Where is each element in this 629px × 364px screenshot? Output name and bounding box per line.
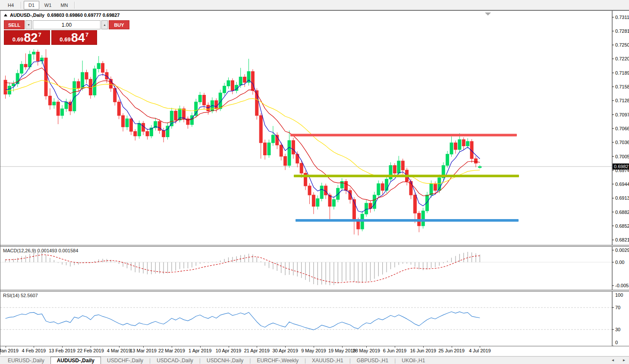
sell-price-box[interactable]: 0.69 82 7 bbox=[4, 30, 50, 45]
date-tick bbox=[6, 346, 6, 348]
volume-decrease-button[interactable]: ▼ bbox=[25, 20, 32, 29]
date-label: 4 Mar 2019 bbox=[107, 348, 131, 353]
date-tick bbox=[423, 346, 424, 348]
date-label: 22 Mar 2019 bbox=[158, 348, 185, 353]
support-line bbox=[296, 219, 519, 222]
macd-canvas: 0.0029840.00-0.005256 bbox=[0, 247, 629, 290]
chart-tab-gbpusd[interactable]: GBPUSD-,H1 bbox=[351, 357, 394, 364]
date-label: 1 Apr 2019 bbox=[189, 348, 211, 353]
volume-input[interactable] bbox=[33, 20, 101, 29]
sell-price-prefix: 0.69 bbox=[13, 36, 23, 43]
chart-tab-usdchf[interactable]: USDCHF-,Daily bbox=[101, 357, 149, 364]
sell-price-pip: 7 bbox=[38, 31, 41, 38]
rsi-value: 52.5607 bbox=[21, 293, 38, 298]
date-label: 9 May 2019 bbox=[301, 348, 326, 353]
macd-value-main: 0.001493 bbox=[37, 248, 57, 253]
chart-tab-audusd[interactable]: AUDUSD-,Daily bbox=[50, 357, 101, 364]
rsi-panel[interactable]: RSI(14) 52.5607 10070300 bbox=[0, 292, 629, 346]
date-label: 10 Apr 2019 bbox=[216, 348, 241, 353]
chart-tab-eurusd[interactable]: EURUSD-,Daily bbox=[2, 357, 50, 364]
svg-text:30: 30 bbox=[615, 327, 620, 332]
date-label: 6 Jun 2019 bbox=[383, 348, 406, 353]
chart-window: AUDUSD-,Daily 0.69803 0.69860 0.69777 0.… bbox=[0, 10, 629, 355]
svg-text:0.69130: 0.69130 bbox=[615, 195, 629, 201]
svg-text:-0.005256: -0.005256 bbox=[615, 283, 629, 288]
date-tick bbox=[452, 346, 452, 348]
chart-shift-marker bbox=[485, 13, 491, 16]
svg-text:0.68210: 0.68210 bbox=[615, 237, 629, 242]
date-label: 13 Feb 2019 bbox=[49, 348, 75, 353]
sell-button[interactable]: SELL bbox=[4, 20, 25, 29]
toolbar-separator bbox=[74, 2, 75, 9]
timeframe-toolbar: H4D1W1MN bbox=[0, 0, 629, 10]
svg-text:0.70360: 0.70360 bbox=[615, 140, 629, 145]
macd-value-signal: 0.001584 bbox=[58, 248, 78, 253]
pivot-line bbox=[294, 175, 519, 177]
bar-open: 0.69803 bbox=[47, 13, 64, 18]
svg-text:0.68520: 0.68520 bbox=[615, 223, 629, 229]
buy-price-main: 84 bbox=[71, 31, 85, 44]
date-label: 30 Apr 2019 bbox=[272, 348, 298, 353]
svg-text:0.72810: 0.72810 bbox=[615, 28, 629, 34]
chart-tab-eurchf[interactable]: EURCHF-,Weekly bbox=[251, 357, 304, 364]
collapse-trade-panel-icon[interactable] bbox=[4, 14, 7, 16]
resistance-line bbox=[290, 134, 517, 136]
macd-panel[interactable]: MACD(12,26,9) 0.001493 0.001584 0.002984… bbox=[0, 247, 629, 290]
chart-tab-bar: EURUSD-,DailyAUDUSD-,DailyUSDCHF-,Daily|… bbox=[0, 356, 629, 364]
chart-symbol-title: AUDUSD-,Daily 0.69803 0.69860 0.69777 0.… bbox=[4, 13, 120, 18]
bar-low: 0.69777 bbox=[84, 13, 101, 18]
date-tick bbox=[91, 346, 91, 348]
toolbar-separator bbox=[21, 2, 22, 9]
chart-tab-usdcad[interactable]: USDCAD-,Daily bbox=[151, 357, 199, 364]
date-label: 4 Feb 2019 bbox=[22, 348, 46, 353]
buy-price-prefix: 0.69 bbox=[60, 36, 70, 43]
timeframe-button-w1[interactable]: W1 bbox=[40, 1, 56, 9]
date-label: 25 Jun 2019 bbox=[438, 348, 465, 353]
date-tick bbox=[285, 346, 286, 348]
date-label: 21 Apr 2019 bbox=[244, 348, 270, 353]
date-tick bbox=[143, 346, 144, 348]
tab-scroll-left-icon[interactable]: ◂ bbox=[612, 358, 614, 362]
price-chart-panel[interactable]: AUDUSD-,Daily 0.69803 0.69860 0.69777 0.… bbox=[0, 11, 629, 245]
svg-text:0.73115: 0.73115 bbox=[615, 15, 629, 20]
rsi-label: RSI(14) 52.5607 bbox=[3, 293, 38, 298]
date-label: 22 Feb 2019 bbox=[77, 348, 104, 353]
candlestick-chart-canvas[interactable]: 0.731150.728100.725050.722000.718900.715… bbox=[0, 11, 629, 245]
date-tick bbox=[342, 346, 343, 348]
date-tick bbox=[62, 346, 63, 348]
chart-tab-usdcnh[interactable]: USDCNH-,Daily bbox=[201, 357, 249, 364]
macd-label: MACD(12,26,9) 0.001493 0.001584 bbox=[3, 248, 78, 253]
chart-tab-xauusd[interactable]: XAUUSD-,H1 bbox=[306, 357, 349, 364]
svg-text:0.69440: 0.69440 bbox=[615, 182, 629, 187]
svg-text:0.71890: 0.71890 bbox=[615, 70, 629, 75]
date-label: 28 May 2019 bbox=[352, 348, 380, 353]
chart-tab-ukoil[interactable]: UKOil-,H1 bbox=[396, 357, 431, 364]
date-tick bbox=[257, 346, 257, 348]
timeframe-button-h4[interactable]: H4 bbox=[3, 1, 19, 9]
tab-scroll-right-icon[interactable]: ▸ bbox=[623, 358, 625, 362]
bar-high: 0.69860 bbox=[66, 13, 83, 18]
rsi-canvas: 10070300 bbox=[0, 292, 629, 346]
symbol-label: AUDUSD-,Daily bbox=[10, 13, 44, 18]
svg-text:0.72200: 0.72200 bbox=[615, 56, 629, 61]
svg-text:100: 100 bbox=[615, 292, 623, 298]
svg-text:0.71280: 0.71280 bbox=[615, 98, 629, 103]
date-tick bbox=[229, 346, 229, 348]
timeframe-button-mn[interactable]: MN bbox=[57, 1, 72, 9]
date-axis: 25 Jan 20194 Feb 201913 Feb 201922 Feb 2… bbox=[0, 346, 629, 356]
volume-increase-button[interactable]: ▲ bbox=[101, 20, 108, 29]
svg-text:0.70050: 0.70050 bbox=[615, 154, 629, 159]
date-tick bbox=[480, 346, 480, 348]
timeframe-button-d1[interactable]: D1 bbox=[24, 1, 39, 9]
sell-price-main: 82 bbox=[24, 31, 38, 44]
date-tick bbox=[34, 346, 34, 348]
buy-price-box[interactable]: 0.69 84 7 bbox=[51, 30, 97, 45]
svg-text:0.68825: 0.68825 bbox=[615, 210, 629, 215]
buy-button[interactable]: BUY bbox=[109, 20, 129, 29]
date-label: 16 Jun 2019 bbox=[410, 348, 436, 353]
date-tick bbox=[366, 346, 367, 348]
date-label: 4 Jul 2019 bbox=[469, 348, 491, 353]
date-tick bbox=[200, 346, 201, 348]
svg-text:0.71585: 0.71585 bbox=[615, 84, 629, 89]
buy-price-pip: 7 bbox=[85, 31, 88, 38]
